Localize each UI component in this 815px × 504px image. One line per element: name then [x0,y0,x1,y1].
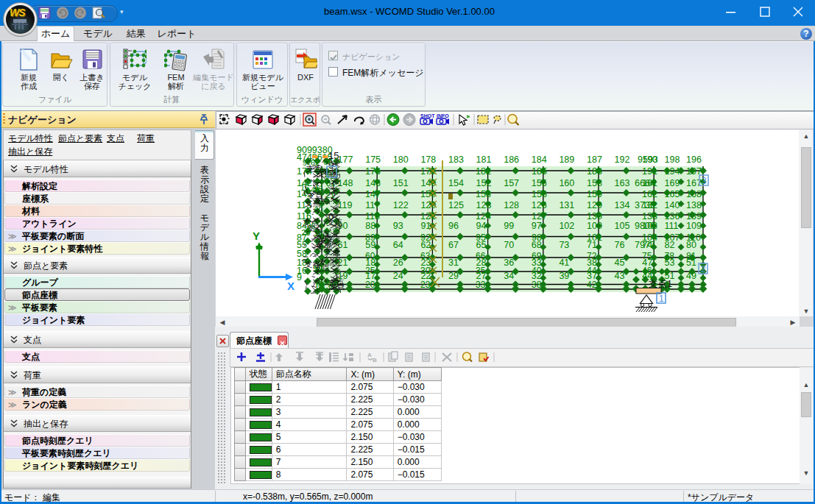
svg-text:3: 3 [702,176,707,186]
svg-text:93: 93 [393,221,403,231]
svg-text:23: 23 [420,280,431,290]
svg-text:146: 146 [365,178,381,188]
svg-text:125: 125 [448,200,464,210]
svg-text:151: 151 [393,178,409,188]
svg-text:A: A [367,352,372,358]
svg-text:70: 70 [504,240,514,250]
svg-text:67: 67 [448,240,459,250]
svg-text:111: 111 [665,221,679,231]
svg-text:76: 76 [615,240,625,250]
svg-text:9593: 9593 [638,155,658,165]
svg-text:31: 31 [448,258,459,268]
svg-text:184: 184 [532,155,547,165]
svg-text:59: 59 [365,240,375,250]
svg-text:88: 88 [365,221,375,231]
svg-text:130: 130 [587,211,602,221]
svg-text:99: 99 [504,221,514,231]
svg-text:153: 153 [476,189,491,199]
svg-text:42: 42 [587,280,597,290]
svg-text:169: 169 [665,178,680,188]
svg-text:163: 163 [615,178,630,188]
svg-text:49: 49 [686,271,696,281]
svg-text:123: 123 [476,200,492,210]
svg-text:24: 24 [393,271,403,281]
svg-text:134: 134 [615,200,630,210]
svg-text:38: 38 [532,280,542,290]
svg-text:100: 100 [587,221,602,231]
svg-text:194: 194 [665,166,680,177]
svg-text:128: 128 [504,200,519,210]
svg-text:124: 124 [476,211,491,221]
svg-text:105: 105 [615,221,630,231]
svg-text:26: 26 [306,221,315,230]
svg-text:183: 183 [448,155,464,165]
svg-text:181: 181 [476,155,492,165]
svg-text:97: 97 [532,221,542,231]
svg-text:154: 154 [448,178,464,188]
svg-text:45: 45 [615,258,625,268]
svg-text:41: 41 [559,258,569,268]
svg-text:支点1: 支点1 [649,279,672,289]
svg-text:186: 186 [504,155,519,165]
svg-text:126: 126 [532,200,547,210]
svg-text:155: 155 [532,178,547,188]
svg-text:9806: 9806 [635,221,655,231]
svg-text:26: 26 [393,258,403,268]
svg-text:133: 133 [642,211,657,221]
svg-text:158: 158 [587,178,602,188]
svg-text:140: 140 [665,200,680,210]
svg-text:33: 33 [476,280,486,290]
svg-text:122: 122 [393,200,409,210]
svg-text:117: 117 [365,200,380,210]
svg-text:94: 94 [476,221,487,231]
svg-text:118: 118 [365,211,380,221]
svg-text:73: 73 [559,240,569,250]
svg-text:53: 53 [665,258,675,268]
svg-text:36: 36 [504,258,514,268]
svg-text:168: 168 [686,189,702,199]
svg-text:196: 196 [686,155,702,165]
svg-text:65: 65 [476,240,487,250]
svg-text:X: X [287,280,294,292]
svg-text:64: 64 [393,240,403,250]
svg-text:29: 29 [448,271,459,281]
svg-text:182: 182 [476,166,491,177]
svg-text:177: 177 [338,155,353,165]
svg-text:82: 82 [665,240,675,250]
svg-text:188: 188 [587,166,602,177]
svg-text:SHOT: SHOT [420,113,435,118]
svg-text:20: 20 [365,280,375,290]
svg-text:129: 129 [587,200,602,210]
svg-text:175: 175 [365,155,381,165]
svg-text:198: 198 [665,155,680,165]
svg-text:148: 148 [338,178,353,188]
svg-text:160: 160 [559,178,574,188]
svg-text:71: 71 [587,240,597,250]
svg-text:162: 162 [642,189,657,199]
svg-text:131: 131 [559,200,574,210]
svg-text:185: 185 [532,166,547,177]
svg-text:7977: 7977 [635,240,655,250]
svg-text:16: 16 [300,183,309,192]
svg-text:96: 96 [448,221,459,231]
svg-text:60: 60 [316,282,325,291]
svg-text:51: 51 [686,258,696,268]
svg-text:21: 21 [325,191,334,199]
svg-text:157: 157 [504,178,519,188]
svg-text:102: 102 [559,221,574,231]
svg-text:165: 165 [665,189,680,199]
svg-text:43: 43 [615,271,625,281]
svg-text:191: 191 [642,166,657,177]
svg-text:80: 80 [686,240,696,250]
svg-text:180: 180 [393,155,409,165]
svg-text:138: 138 [686,200,702,210]
svg-text:B: B [373,357,377,363]
svg-text:152: 152 [476,178,492,188]
svg-text:139: 139 [686,211,702,221]
svg-text:1: 1 [659,294,664,304]
svg-text:3735: 3735 [635,200,655,210]
svg-text:Y: Y [253,230,260,242]
svg-text:INFO: INFO [437,113,449,118]
svg-text:6664: 6664 [635,178,655,188]
svg-text:192: 192 [615,155,630,165]
